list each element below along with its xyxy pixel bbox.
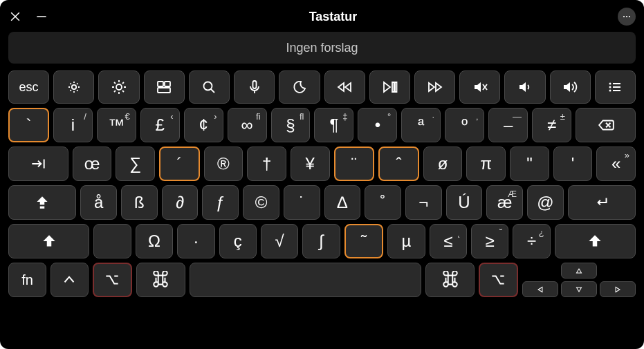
volume-up-key[interactable]	[550, 70, 591, 104]
key-blank[interactable]	[93, 224, 131, 258]
brightness-up-key[interactable]	[98, 70, 139, 104]
key-¨[interactable]: ¨	[334, 147, 375, 181]
key-∂[interactable]: ∂	[162, 185, 199, 220]
key-µ[interactable]: µ	[387, 224, 425, 258]
minimize-icon[interactable]	[35, 10, 48, 23]
command-right-key[interactable]	[425, 263, 475, 297]
option-right-key[interactable]	[479, 263, 518, 297]
key-≠[interactable]: ≠±	[532, 108, 571, 142]
key-«[interactable]: «»	[596, 147, 636, 181]
svg-point-8	[204, 82, 212, 91]
shift-left-key[interactable]	[8, 224, 89, 258]
brightness-down-key[interactable]	[53, 70, 94, 104]
space-key[interactable]	[190, 263, 422, 297]
key-¬[interactable]: ¬	[405, 185, 442, 220]
key-'[interactable]: '	[553, 147, 593, 181]
key-©[interactable]: ©	[243, 185, 279, 220]
arrow-up-key[interactable]	[561, 263, 597, 279]
fn-key[interactable]: fn	[8, 263, 46, 297]
row-3: åß∂ƒ©˙∆˚¬ÚæÆ@	[8, 185, 636, 220]
key-√[interactable]: √	[261, 224, 298, 258]
key-∆[interactable]: ∆	[324, 185, 361, 220]
key-¶[interactable]: ¶‡	[314, 108, 353, 142]
arrow-down-key[interactable]	[561, 281, 597, 297]
key-å[interactable]: å	[80, 185, 117, 220]
key-≤[interactable]: ≤˛	[430, 224, 467, 258]
backspace-key[interactable]	[576, 108, 636, 142]
key-´[interactable]: ´	[159, 147, 200, 181]
key-ª[interactable]: ª·	[401, 108, 441, 142]
play-pause-key[interactable]	[369, 70, 410, 104]
key-ˆ[interactable]: ˆ	[378, 147, 419, 181]
key-i[interactable]: i/	[53, 108, 93, 142]
row-1: `i/™€£‹¢›∞fi§fl¶‡•°ª·º‚–—≠±	[8, 108, 636, 142]
tab-key[interactable]	[8, 147, 68, 181]
do-not-disturb-key[interactable]	[279, 70, 320, 104]
row-5: fn	[8, 263, 636, 297]
key-ß[interactable]: ß	[121, 185, 158, 220]
key-™[interactable]: ™€	[97, 108, 136, 142]
shift-right-key[interactable]	[555, 224, 636, 258]
titlebar-right	[618, 8, 636, 26]
svg-point-2	[629, 16, 630, 17]
svg-point-1	[626, 16, 627, 17]
key-Ú[interactable]: Ú	[446, 185, 483, 220]
key-£[interactable]: £‹	[140, 108, 180, 142]
svg-rect-6	[165, 82, 170, 86]
row-4: Ω∙ç√∫˜µ≤˛≥˘÷¿	[8, 224, 636, 258]
key-ƒ[interactable]: ƒ	[202, 185, 239, 220]
arrow-left-key[interactable]	[522, 281, 558, 297]
key-ø[interactable]: ø	[423, 147, 463, 181]
svg-point-4	[116, 84, 122, 90]
dictation-key[interactable]	[234, 70, 275, 104]
key-®[interactable]: ®	[204, 147, 243, 181]
key-π[interactable]: π	[466, 147, 506, 181]
key-¢[interactable]: ¢›	[184, 108, 223, 142]
key-§[interactable]: §fl	[271, 108, 311, 142]
key-∞[interactable]: ∞fi	[228, 108, 267, 142]
row-2: œ∑´®†¥¨ˆøπ"'«»	[8, 147, 636, 181]
fast-forward-key[interactable]	[414, 70, 455, 104]
arrow-right-key[interactable]	[600, 281, 636, 297]
key-˙[interactable]: ˙	[284, 185, 320, 220]
volume-down-key[interactable]	[504, 70, 545, 104]
key-º[interactable]: º‚	[445, 108, 484, 142]
key-∙[interactable]: ∙	[177, 224, 214, 258]
mute-key[interactable]	[459, 70, 500, 104]
key-–[interactable]: –—	[488, 108, 528, 142]
return-key[interactable]	[568, 185, 636, 220]
titlebar-left	[8, 10, 48, 23]
key-≥[interactable]: ≥˘	[471, 224, 508, 258]
more-button[interactable]	[618, 8, 636, 26]
key-∑[interactable]: ∑	[116, 147, 155, 181]
key-@[interactable]: @	[527, 185, 564, 220]
key-`[interactable]: `	[8, 108, 49, 142]
key-•[interactable]: •°	[358, 108, 397, 142]
key-"[interactable]: "	[510, 147, 549, 181]
key-∫[interactable]: ∫	[302, 224, 340, 258]
key-ç[interactable]: ç	[219, 224, 257, 258]
key-˚[interactable]: ˚	[365, 185, 401, 220]
key-œ[interactable]: œ	[73, 147, 112, 181]
rewind-key[interactable]	[324, 70, 365, 104]
key-÷[interactable]: ÷¿	[513, 224, 550, 258]
list-key[interactable]	[595, 70, 636, 104]
close-icon[interactable]	[8, 10, 22, 23]
key-†[interactable]: †	[247, 147, 286, 181]
spotlight-key[interactable]	[189, 70, 230, 104]
key-Ω[interactable]: Ω	[136, 224, 173, 258]
esc-key[interactable]: esc	[8, 70, 49, 104]
svg-point-12	[609, 90, 611, 92]
caps-lock-key[interactable]	[8, 185, 76, 220]
command-left-key[interactable]	[136, 263, 185, 297]
window-title: Tastatur	[48, 10, 618, 24]
key-¥[interactable]: ¥	[291, 147, 330, 181]
function-row: esc	[8, 70, 636, 104]
control-key[interactable]	[50, 263, 89, 297]
titlebar: Tastatur	[8, 7, 636, 26]
key-˜[interactable]: ˜	[344, 224, 383, 258]
mission-control-key[interactable]	[144, 70, 185, 104]
option-left-key[interactable]	[93, 263, 132, 297]
suggestion-text: Ingen forslag	[286, 41, 358, 55]
key-æ[interactable]: æÆ	[486, 185, 523, 220]
